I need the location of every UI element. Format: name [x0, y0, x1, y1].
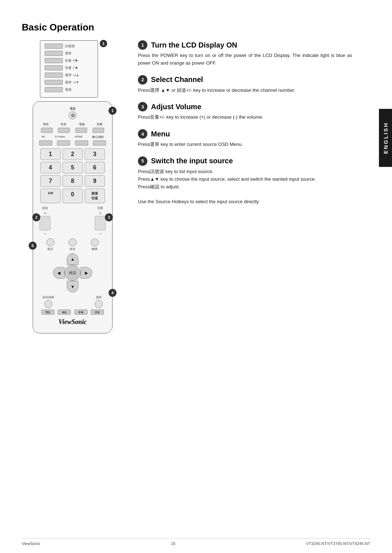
step-4-heading: 4 Menu: [138, 129, 352, 139]
tv-btn[interactable]: [41, 128, 53, 133]
mute-btn[interactable]: [69, 238, 77, 246]
av-btn[interactable]: [39, 140, 52, 146]
recall-btn[interactable]: [91, 238, 99, 246]
badge-2: 2: [32, 213, 40, 221]
image-btn[interactable]: 影像: [74, 310, 87, 315]
mute-label: 靜音: [70, 247, 75, 251]
source-labels-row: 電視 色差 電腦 音樂: [37, 122, 109, 126]
step-5-line-1: Press訊號源 key to list input source.: [138, 168, 352, 176]
step-5-heading: 5 Switch the input source: [138, 156, 352, 166]
content-layout: 訊號源 5 選單 4 音量 +/▶ 3: [22, 40, 370, 333]
ch-block: 頻道 + –: [40, 206, 50, 235]
badge-1: 1: [109, 107, 117, 115]
power-button[interactable]: ⏻: [69, 111, 77, 119]
numpad: 1 2 3 4 5 6 7 8 9 100 0 頻道往返: [40, 148, 105, 203]
remote-seldown-label: 選擇 ∨/▼: [65, 80, 79, 85]
remote-selup-btn[interactable]: [45, 73, 63, 78]
source-buttons-row: [38, 128, 107, 133]
step-1-heading: 1 Turn the LCD Display ON: [138, 40, 352, 50]
step-4-body: Press選單 key to enter current source OSD …: [138, 141, 352, 148]
input-source-buttons: [37, 140, 109, 146]
guide-label: 節目指南: [42, 295, 54, 299]
step-1-body: Press the POWER key to turn on or off th…: [138, 52, 352, 67]
dpad-down[interactable]: ▼: [67, 281, 78, 292]
pc-label: 電腦: [79, 122, 85, 126]
btn-0[interactable]: 0: [62, 189, 83, 203]
remote-top-panel: 訊號源 5 選單 4 音量 +/▶ 3: [40, 40, 98, 98]
dpad-up[interactable]: ▲: [67, 253, 78, 265]
remote-menu-label: 選單: [65, 51, 72, 56]
svideo-btn[interactable]: [57, 140, 70, 146]
footer-right: VT3245-NT/VT3745-NT/VT4245-NT: [306, 541, 370, 546]
audio-btn[interactable]: [93, 128, 104, 133]
remote-row-selup: 選擇 ∧/▲ 2: [45, 73, 93, 78]
remote-power-row: 電源 ⏻: [37, 107, 109, 119]
remote-row-menu: 選單 4: [45, 51, 93, 56]
badge-3: 3: [105, 213, 113, 221]
remote-menu-btn[interactable]: [45, 51, 63, 56]
footer-center: 15: [171, 541, 175, 546]
dpad-middle: ◀ 確認 ▶: [53, 265, 92, 281]
footer-left: ViewSonic: [22, 541, 40, 546]
remote-volup-label: 音量 +/▶: [65, 58, 78, 63]
pc-btn[interactable]: [75, 128, 87, 133]
digital-label: 數位相框: [92, 135, 104, 139]
remote-source-btn[interactable]: [45, 44, 63, 49]
dpad-confirm[interactable]: 確認: [65, 265, 81, 281]
display-btn[interactable]: [46, 238, 54, 246]
remote-power-btn-top[interactable]: [45, 87, 63, 92]
hdmi-label: HDMI: [75, 135, 82, 139]
btn-9[interactable]: 9: [85, 175, 105, 187]
btn-2[interactable]: 2: [62, 148, 83, 160]
remote-row-voldown: 音量 -/◀: [45, 65, 93, 70]
language-tab: ENGLISH: [379, 109, 392, 167]
remote-voldown-label: 音量 -/◀: [65, 66, 78, 70]
dpad-left[interactable]: ◀: [53, 267, 65, 279]
dpad-right[interactable]: ▶: [81, 267, 92, 279]
remote-row-seldown: 選擇 ∨/▼: [45, 80, 93, 85]
remote-selup-label: 選擇 ∧/▲: [65, 73, 79, 78]
vol-minus: –: [99, 231, 101, 235]
badge-4: 4: [109, 289, 117, 297]
power-label: 電源: [70, 107, 75, 111]
btn-4[interactable]: 4: [40, 162, 61, 173]
hdmi-btn[interactable]: [75, 140, 88, 146]
btn-1[interactable]: 1: [40, 148, 61, 160]
color-label: 色差: [61, 122, 66, 126]
bottom-round-row: 節目指南 選單: [42, 295, 103, 308]
btn-6[interactable]: 6: [85, 162, 105, 173]
btn-3[interactable]: 3: [85, 148, 105, 160]
digital-btn[interactable]: [93, 140, 106, 146]
step-5-title: Switch the input source: [151, 157, 233, 165]
page-title: Basic Operation: [22, 22, 370, 33]
vol-plus: +: [99, 211, 101, 215]
remote-voldown-btn[interactable]: [45, 65, 63, 70]
step-3-body: Press音量+/- key to increase (+) or decrea…: [138, 114, 352, 121]
step-1-title: Turn the LCD Display ON: [151, 41, 237, 49]
btn-7[interactable]: 7: [40, 175, 61, 187]
page-container: ENGLISH Basic Operation 訊號源 5 選單: [0, 0, 392, 553]
select-menu-btn[interactable]: [95, 300, 103, 308]
freeze-btn[interactable]: 凍結: [58, 310, 71, 315]
guide-btn[interactable]: [44, 300, 52, 308]
recall-label: 離果: [92, 247, 98, 251]
remote-volup-btn[interactable]: [45, 58, 63, 63]
vol-slider[interactable]: [95, 216, 106, 230]
remote-row-source: 訊號源 5: [45, 44, 93, 49]
btn-100[interactable]: 100: [40, 189, 61, 203]
btn-8[interactable]: 8: [62, 175, 83, 187]
step-4: 4 Menu Press選單 key to enter current sour…: [138, 129, 352, 148]
btn-5[interactable]: 5: [62, 162, 83, 173]
step-1-circle: 1: [138, 40, 147, 50]
step-3-heading: 3 Adjust Volume: [138, 102, 352, 111]
btn-recall[interactable]: 頻道往返: [85, 189, 105, 203]
step-2-body: Press選擇 ▲▼ or 頻道+/- key to increase or d…: [138, 87, 352, 94]
ch-slider[interactable]: [40, 216, 50, 230]
remote-seldown-btn[interactable]: [45, 80, 63, 85]
remote-row-volup: 音量 +/▶ 3: [45, 58, 93, 63]
color-btn[interactable]: [58, 128, 70, 133]
step-1: 1 Turn the LCD Display ON Press the POWE…: [138, 40, 352, 67]
step-3: 3 Adjust Volume Press音量+/- key to increa…: [138, 102, 352, 121]
dual-btn[interactable]: 雙語: [41, 310, 54, 315]
audio-effect-btn[interactable]: 音效: [91, 310, 104, 315]
